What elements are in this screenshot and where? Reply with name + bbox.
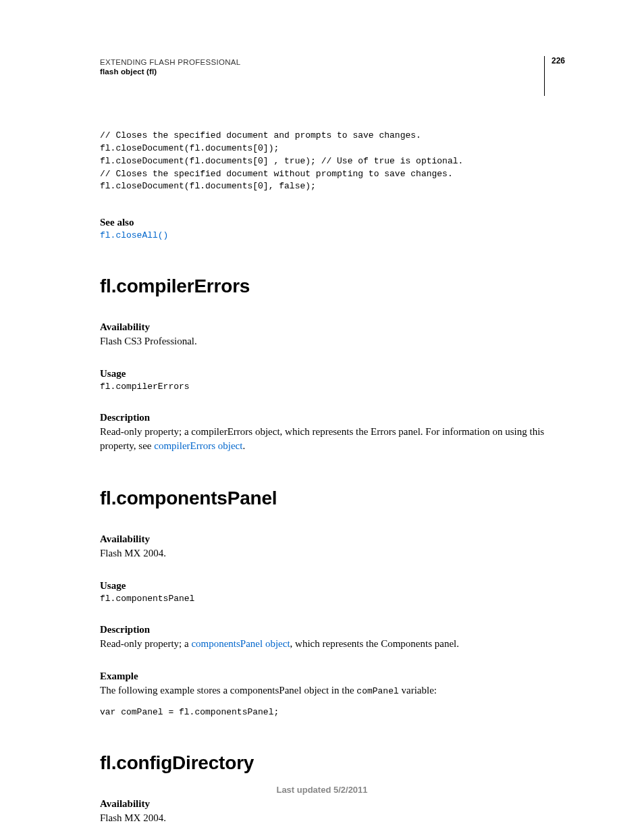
description-link-compilererrors[interactable]: compilerErrors object	[154, 440, 242, 451]
example-code: var comPanel = fl.componentsPanel;	[100, 707, 565, 717]
last-updated-footer: Last updated 5/2/2011	[0, 785, 644, 795]
usage-code: fl.componentsPanel	[100, 594, 565, 604]
availability-label: Availability	[100, 798, 565, 810]
usage-label: Usage	[100, 368, 565, 380]
example-text: The following example stores a component…	[100, 683, 565, 698]
availability-text: Flash MX 2004.	[100, 546, 565, 560]
page-number: 226	[544, 56, 565, 96]
availability-text: Flash CS3 Professional.	[100, 334, 565, 348]
see-also-link[interactable]: fl.closeAll()	[100, 230, 565, 240]
example-post: variable:	[399, 685, 437, 696]
see-also-label: See also	[100, 217, 565, 228]
availability-label: Availability	[100, 321, 565, 333]
availability-label: Availability	[100, 533, 565, 545]
description-text: Read-only property; a componentsPanel ob…	[100, 637, 565, 650]
header-left-block: EXTENDING FLASH PROFESSIONAL flash objec…	[100, 58, 240, 76]
example-mono: comPanel	[356, 686, 398, 696]
document-title: EXTENDING FLASH PROFESSIONAL	[100, 58, 240, 66]
page-header: EXTENDING FLASH PROFESSIONAL flash objec…	[100, 58, 565, 96]
description-label: Description	[100, 624, 565, 635]
heading-componentspanel: fl.componentsPanel	[100, 488, 565, 509]
description-post: , which represents the Components panel.	[290, 638, 459, 649]
heading-compilererrors: fl.compilerErrors	[100, 276, 565, 297]
description-link-componentspanel[interactable]: componentsPanel object	[191, 638, 290, 649]
description-post: .	[242, 440, 245, 451]
example-label: Example	[100, 671, 565, 682]
code-example-closedocument: // Closes the specified document and pro…	[100, 130, 565, 193]
usage-label: Usage	[100, 580, 565, 592]
description-pre: Read-only property; a	[100, 638, 191, 649]
heading-configdirectory: fl.configDirectory	[100, 752, 565, 774]
description-label: Description	[100, 412, 565, 423]
document-subtitle: flash object (fl)	[100, 68, 240, 76]
usage-code: fl.compilerErrors	[100, 382, 565, 392]
description-text: Read-only property; a compilerErrors obj…	[100, 425, 565, 452]
example-pre: The following example stores a component…	[100, 685, 356, 696]
availability-text: Flash MX 2004.	[100, 811, 565, 825]
